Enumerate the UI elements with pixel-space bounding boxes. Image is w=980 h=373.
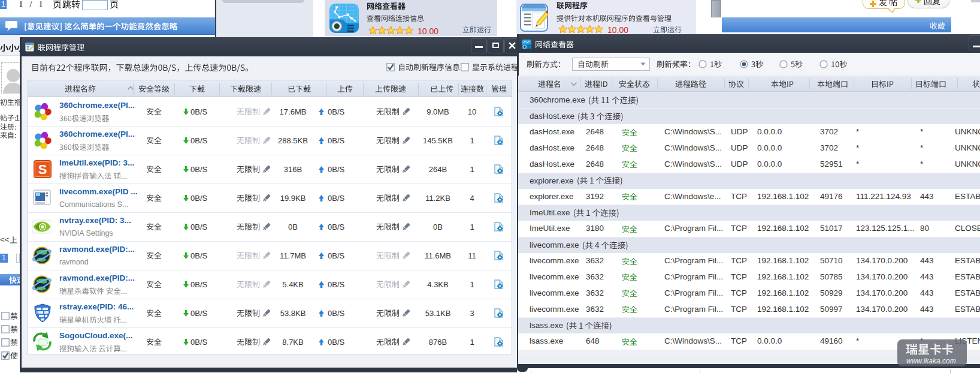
svg-text:S: S: [38, 162, 47, 177]
